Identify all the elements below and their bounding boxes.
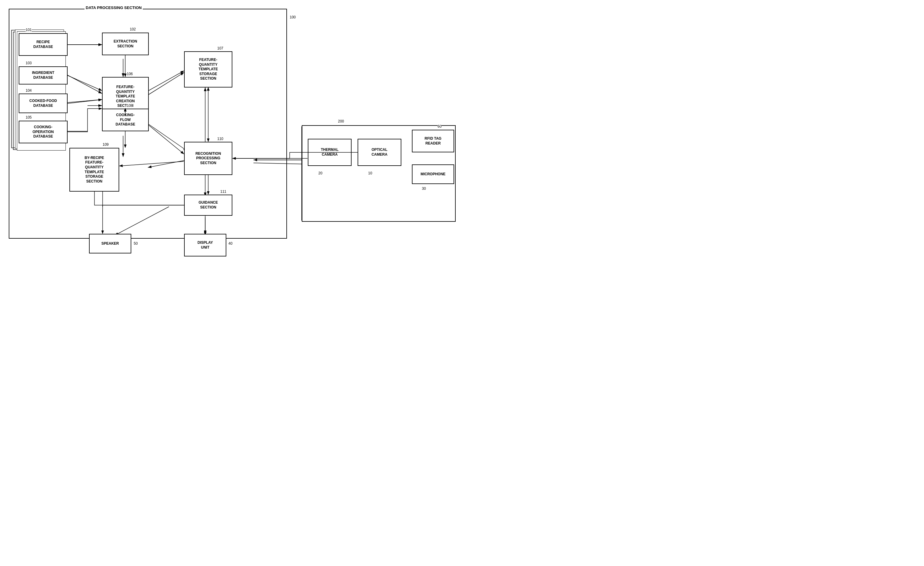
ref-102: 102 <box>130 27 136 31</box>
display-unit-label: DISPLAYUNIT <box>198 241 213 250</box>
cooking-op-db-box: COOKING-OPERATIONDATABASE <box>19 121 68 143</box>
ref-106: 106 <box>127 72 133 76</box>
ref-108: 108 <box>127 103 133 108</box>
svg-line-35 <box>120 162 184 166</box>
ref-20: 20 <box>318 171 322 175</box>
ref-104: 104 <box>26 88 32 93</box>
svg-line-14 <box>148 124 187 151</box>
optical-camera-label: OPTICALCAMERA <box>372 148 387 157</box>
fq-storage-box: FEATURE-QUANTITYTEMPLATESTORAGESECTION <box>184 51 232 87</box>
display-unit-box: DISPLAYUNIT <box>184 234 226 256</box>
diagram: DATA PROCESSING SECTION 100 RECIPEDATABA… <box>0 0 462 283</box>
ref-111: 111 <box>220 189 226 194</box>
svg-line-30 <box>149 71 184 90</box>
ingredient-db-label: INGREDIENTDATABASE <box>32 70 54 80</box>
ref-60: 60 <box>438 124 441 129</box>
extraction-label: EXTRACTIONSECTION <box>114 39 137 49</box>
ref-105: 105 <box>26 115 32 120</box>
cooking-flow-db-box: COOKING-FLOWDATABASE <box>102 109 149 131</box>
ref-200: 200 <box>338 119 344 123</box>
data-processing-label: DATA PROCESSING SECTION <box>84 5 143 10</box>
speaker-label: SPEAKER <box>101 241 119 246</box>
ref-103: 103 <box>26 61 32 65</box>
ref-101: 101 <box>26 28 32 32</box>
svg-line-18 <box>115 207 169 235</box>
ref-10: 10 <box>368 171 372 175</box>
svg-line-29 <box>68 100 102 103</box>
extraction-box: EXTRACTIONSECTION <box>102 33 149 55</box>
microphone-label: MICROPHONE <box>421 172 446 177</box>
svg-line-16 <box>148 160 187 168</box>
recognition-box: RECOGNITIONPROCESSINGSECTION <box>184 142 232 175</box>
recognition-label: RECOGNITIONPROCESSINGSECTION <box>195 151 221 166</box>
cooking-op-db-label: COOKING-OPERATIONDATABASE <box>33 125 54 139</box>
cooking-flow-db-label: COOKING-FLOWDATABASE <box>116 113 135 127</box>
guidance-box: GUIDANCESECTION <box>184 195 232 216</box>
ref-40: 40 <box>228 241 232 246</box>
svg-line-8 <box>67 75 102 94</box>
recipe-db-label: RECIPEDATABASE <box>33 40 53 49</box>
thermal-camera-label: THERMALCAMERA <box>321 148 339 157</box>
svg-line-28 <box>68 75 102 90</box>
ref-50: 50 <box>134 241 138 246</box>
microphone-box: MICROPHONE <box>412 165 454 184</box>
by-recipe-box: BY-RECIPEFEATURE-QUANTITYTEMPLATESTORAGE… <box>69 148 119 192</box>
cooked-food-db-box: COOKED-FOODDATABASE <box>19 94 68 113</box>
ingredient-db-box: INGREDIENTDATABASE <box>19 66 68 84</box>
recipe-db-box: RECIPEDATABASE <box>19 33 68 56</box>
svg-line-32 <box>149 125 184 154</box>
thermal-camera-box: THERMALCAMERA <box>308 139 351 166</box>
svg-line-12 <box>148 72 184 95</box>
ref-107: 107 <box>217 46 223 50</box>
ref-110: 110 <box>217 137 223 141</box>
guidance-label: GUIDANCESECTION <box>198 200 218 210</box>
optical-camera-box: OPTICALCAMERA <box>358 139 401 166</box>
cooked-food-db-label: COOKED-FOODDATABASE <box>29 99 57 108</box>
speaker-box: SPEAKER <box>89 234 131 253</box>
svg-line-9 <box>67 100 102 103</box>
ref-100: 100 <box>290 15 296 19</box>
ref-109: 109 <box>103 142 109 147</box>
rfid-tag-reader-box: RFID TAGREADER <box>412 130 454 152</box>
fq-storage-label: FEATURE-QUANTITYTEMPLATESTORAGESECTION <box>198 58 218 81</box>
ref-30: 30 <box>422 186 426 191</box>
rfid-tag-reader-label: RFID TAGREADER <box>424 136 441 146</box>
by-recipe-label: BY-RECIPEFEATURE-QUANTITYTEMPLATESTORAGE… <box>84 156 104 184</box>
